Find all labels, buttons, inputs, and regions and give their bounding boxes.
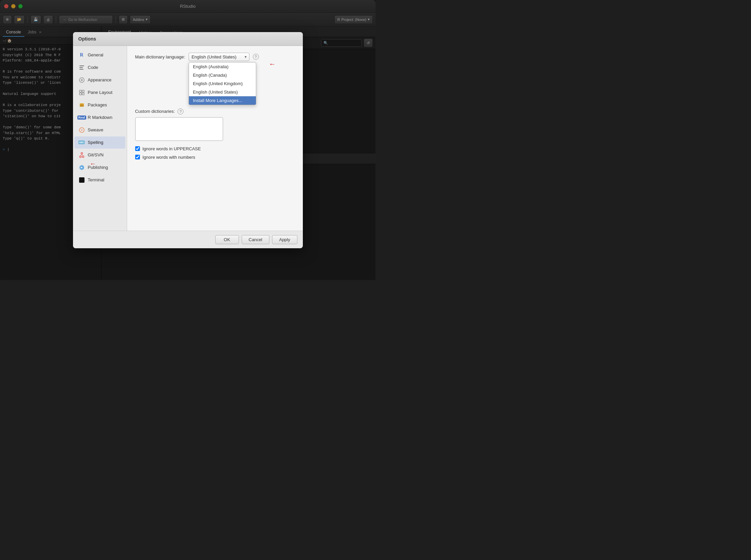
sidebar-item-spelling[interactable]: ABC Spelling	[74, 137, 126, 148]
publishing-icon	[78, 164, 85, 171]
sidebar-item-git-svn[interactable]: Git/SVN	[74, 149, 126, 161]
dialog-footer: OK Cancel Apply	[73, 231, 303, 248]
svg-line-17	[82, 154, 83, 156]
dropdown-item-us[interactable]: English (United States)	[189, 88, 256, 96]
custom-dict-label-text: Custom dictionaries:	[135, 109, 175, 114]
sidebar-label-code: Code	[88, 65, 98, 70]
svg-rect-1	[79, 67, 83, 68]
packages-icon	[78, 102, 85, 108]
apply-button[interactable]: Apply	[272, 235, 297, 244]
svg-point-14	[79, 156, 81, 157]
code-icon	[78, 64, 85, 71]
dialog-sidebar: R General Code Appearance	[73, 46, 127, 231]
lang-dropdown[interactable]: English (Australia) English (Canada) Eng…	[189, 62, 256, 105]
sidebar-item-code[interactable]: Code	[74, 61, 126, 74]
sidebar-label-publishing: Publishing	[88, 165, 108, 170]
ignore-numbers-row: Ignore words with numbers	[135, 155, 295, 160]
main-dict-select[interactable]: English (United States)	[189, 53, 249, 61]
svg-rect-11	[81, 104, 82, 105]
terminal-icon	[78, 177, 85, 183]
svg-rect-8	[82, 93, 84, 95]
sidebar-label-spelling: Spelling	[88, 140, 103, 145]
sidebar-label-r-markdown: R Markdown	[88, 115, 113, 120]
svg-rect-2	[79, 69, 83, 69]
dialog-content: Main dictionary language: English (Unite…	[127, 46, 303, 231]
ignore-uppercase-label: Ignore words in UPPERCASE	[142, 146, 201, 151]
arrow-to-dropdown: ←	[269, 60, 276, 68]
sidebar-label-packages: Packages	[88, 102, 107, 107]
git-svn-icon	[78, 152, 85, 158]
ignore-uppercase-checkbox[interactable]	[135, 146, 140, 151]
main-dict-select-container: English (United States) ▼ English (Austr…	[189, 53, 249, 61]
main-dict-help-icon[interactable]: ?	[253, 54, 259, 60]
svg-rect-7	[79, 93, 81, 95]
svg-line-16	[80, 154, 82, 156]
sidebar-item-publishing[interactable]: Publishing	[74, 161, 126, 174]
spelling-icon: ABC	[78, 139, 85, 146]
sidebar-label-general: General	[88, 52, 103, 57]
general-icon: R	[78, 52, 85, 58]
custom-dict-label-row: Custom dictionaries: ?	[135, 108, 295, 115]
dialog-title: Options	[78, 36, 96, 42]
svg-point-15	[82, 156, 84, 157]
ok-button[interactable]: OK	[215, 235, 239, 244]
svg-point-4	[81, 79, 83, 81]
main-dict-label: Main dictionary language:	[135, 54, 185, 59]
sidebar-label-pane-layout: Pane Layout	[88, 90, 113, 95]
custom-dict-help-icon[interactable]: ?	[177, 108, 184, 115]
sidebar-label-sweave: Sweave	[88, 127, 103, 133]
sidebar-item-r-markdown[interactable]: Rmd R Markdown	[74, 112, 126, 124]
svg-rect-6	[82, 90, 84, 92]
dialog-title-bar: Options	[73, 32, 303, 46]
dropdown-item-australia[interactable]: English (Australia)	[189, 62, 256, 71]
ignore-numbers-checkbox[interactable]	[135, 155, 140, 159]
sidebar-label-terminal: Terminal	[88, 177, 104, 182]
svg-point-13	[81, 152, 82, 154]
svg-rect-0	[79, 65, 84, 66]
sidebar-item-pane-layout[interactable]: Pane Layout	[74, 86, 126, 99]
sweave-icon	[78, 127, 85, 134]
dropdown-item-uk[interactable]: English (United Kingdom)	[189, 79, 256, 88]
sidebar-item-appearance[interactable]: Appearance	[74, 74, 126, 86]
dropdown-item-canada[interactable]: English (Canada)	[189, 71, 256, 79]
mac-window: RStudio ⊕ 📂 💾 🖨 → Go to file/function ⊞ …	[0, 0, 376, 280]
main-dict-row: Main dictionary language: English (Unite…	[135, 53, 295, 61]
svg-rect-5	[79, 90, 81, 92]
sidebar-item-terminal[interactable]: Terminal	[74, 174, 126, 186]
sidebar-item-sweave[interactable]: Sweave	[74, 124, 126, 136]
pane-layout-icon	[78, 89, 85, 96]
sidebar-item-general[interactable]: R General	[74, 49, 126, 61]
ignore-numbers-label: Ignore words with numbers	[142, 155, 195, 160]
cancel-button[interactable]: Cancel	[242, 235, 269, 244]
sidebar-item-packages[interactable]: Packages	[74, 99, 126, 111]
sidebar-label-appearance: Appearance	[88, 77, 112, 82]
options-dialog: Options R General Cod	[73, 32, 303, 248]
dialog-overlay: Options R General Cod	[0, 0, 376, 280]
appearance-icon	[78, 77, 85, 83]
dialog-body: R General Code Appearance	[73, 46, 303, 231]
dropdown-item-install-more[interactable]: Install More Languages...	[189, 96, 256, 105]
r-markdown-icon: Rmd	[78, 114, 85, 121]
sidebar-label-git-svn: Git/SVN	[88, 152, 104, 157]
custom-dict-area: Custom dictionaries: ?	[135, 108, 295, 141]
custom-dict-box[interactable]	[135, 117, 223, 141]
ignore-uppercase-row: Ignore words in UPPERCASE	[135, 146, 295, 151]
